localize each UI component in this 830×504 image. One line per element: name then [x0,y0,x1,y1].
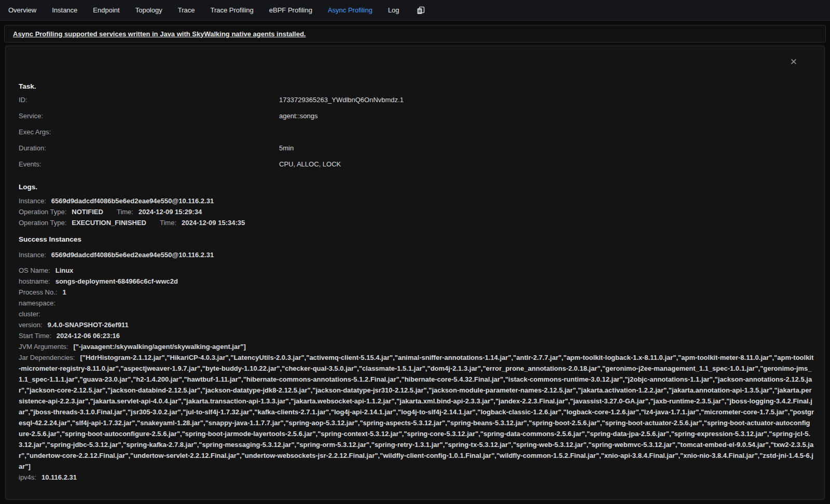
task-row-label: ID: [19,96,279,104]
attr-value: ["HdrHistogram-2.1.12.jar","HikariCP-4.0… [19,354,814,470]
attr-label: cluster: [19,310,40,318]
tab-trace-profiling[interactable]: Trace Profiling [210,6,253,14]
time-value: 2024-12-09 15:34:35 [182,219,245,227]
attr-label: ipv4s: [19,473,36,481]
attr-value: ["-javaagent:/skywalking/agent/skywalkin… [73,343,245,351]
operation-type-value: EXECUTION_FINISHED [72,219,146,227]
attr-value: Linux [56,267,74,274]
task-row-label: Exec Args: [19,128,279,136]
logs-section-heading: Logs. [19,182,814,192]
attr-label: Process No.: [19,288,57,296]
attr-value: songs-deployment-684966c6cf-wwc2d [56,277,178,285]
attr-cluster: cluster: [19,309,814,319]
attr-hostname: hostname:songs-deployment-684966c6cf-wwc… [19,276,814,287]
tab-endpoint[interactable]: Endpoint [93,6,119,14]
tab-ebpf-profiling[interactable]: eBPF Profiling [269,6,312,14]
logs-operation-line: Operation Type:EXECUTION_FINISHEDTime:20… [19,217,814,228]
task-row-value: CPU, ALLOC, LOCK [279,160,341,168]
time-label: Time: [160,219,176,227]
task-detail-panel: ✕ Task. ID: 1733729365263_YWdlbnQ6OnNvbm… [5,46,825,500]
operation-type-label: Operation Type: [19,219,66,227]
tab-overview[interactable]: Overview [8,6,36,14]
copy-documents-icon[interactable] [416,6,425,15]
attr-label: hostname: [19,277,50,285]
task-row-id: ID: 1733729365263_YWdlbnQ6OnNvbmdz.1 [19,92,814,108]
attr-label: namespace: [19,299,56,307]
task-row-value: 5min [279,144,294,152]
operation-type-label: Operation Type: [19,208,66,216]
task-row-duration: Duration: 5min [19,140,814,156]
attr-start-time: Start Time:2024-12-06 06:23:16 [19,330,814,341]
async-profiling-doc-link[interactable]: Async Profiling supported services writt… [13,30,306,38]
success-instances-heading: Success Instances [19,234,814,245]
tab-async-profiling[interactable]: Async Profiling [328,6,372,14]
operation-type-value: NOTIFIED [72,208,103,216]
task-section-heading: Task. [19,81,814,92]
attr-jvm-arguments: JVM Arguments:["-javaagent:/skywalking/a… [19,341,814,352]
task-row-service: Service: agent::songs [19,108,814,124]
tab-trace[interactable]: Trace [178,6,195,14]
tab-log[interactable]: Log [388,6,399,14]
attr-label: Jar Dependencies: [19,354,75,361]
attr-label: OS Name: [19,267,50,274]
attr-value: 10.116.2.31 [42,473,77,481]
logs-operation-line: Operation Type:NOTIFIEDTime:2024-12-09 1… [19,206,814,217]
task-row-events: Events: CPU, ALLOC, LOCK [19,156,814,172]
task-row-exec-args: Exec Args: [19,124,814,140]
task-row-value: agent::songs [279,112,317,120]
instance-value: 6569d9dadcdf4086b5e6ed2eae94e550@10.116.… [51,251,214,259]
attr-ipv4s: ipv4s:10.116.2.31 [19,472,814,483]
attr-version: version:9.4.0-SNAPSHOT-26ef911 [19,319,814,330]
tab-topology[interactable]: Topology [135,6,162,14]
instance-value: 6569d9dadcdf4086b5e6ed2eae94e550@10.116.… [51,197,214,205]
attr-label: JVM Arguments: [19,343,68,351]
attr-value: 1 [62,288,66,296]
attr-jar-dependencies: Jar Dependencies:["HdrHistogram-2.1.12.j… [19,352,814,472]
instance-attributes: OS Name:Linux hostname:songs-deployment-… [19,265,814,483]
top-nav: Overview Instance Endpoint Topology Trac… [0,0,830,21]
attr-value: 2024-12-06 06:23:16 [57,332,120,340]
success-instance-line: Instance:6569d9dadcdf4086b5e6ed2eae94e55… [19,249,814,260]
logs-instance-line: Instance:6569d9dadcdf4086b5e6ed2eae94e55… [19,195,814,206]
attr-label: version: [19,321,43,329]
time-value: 2024-12-09 15:29:34 [139,208,202,216]
tab-instance[interactable]: Instance [52,6,77,14]
close-icon[interactable]: ✕ [790,58,797,66]
attr-label: Start Time: [19,332,51,340]
attr-os-name: OS Name:Linux [19,265,814,276]
attr-value: 9.4.0-SNAPSHOT-26ef911 [48,321,129,329]
attr-process-no: Process No.:1 [19,287,814,298]
instance-label: Instance: [19,251,46,259]
attr-namespace: namespace: [19,298,814,309]
task-row-label: Duration: [19,144,279,152]
task-row-label: Service: [19,112,279,120]
task-row-label: Events: [19,160,279,168]
time-label: Time: [117,208,133,216]
instance-label: Instance: [19,197,46,205]
task-row-value: 1733729365263_YWdlbnQ6OnNvbmdz.1 [279,96,404,104]
notice-bar: Async Profiling supported services writt… [4,25,826,43]
